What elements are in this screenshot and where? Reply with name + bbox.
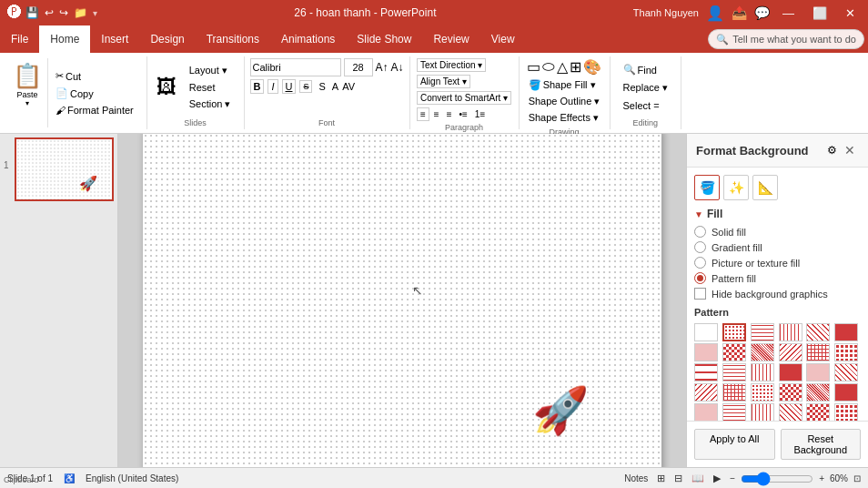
arrange-btn[interactable]: ⊞ xyxy=(570,58,581,76)
picture-fill-option[interactable]: Picture or texture fill xyxy=(694,257,861,269)
zoom-slider[interactable] xyxy=(741,472,813,486)
minimize-btn[interactable]: — xyxy=(777,5,800,22)
font-color-btn[interactable]: A xyxy=(332,81,338,92)
copy-button[interactable]: 📄 Copy xyxy=(52,86,137,101)
open-quick-btn[interactable]: 📁 xyxy=(74,6,87,19)
pattern-cell-27[interactable] xyxy=(779,403,802,421)
select-btn[interactable]: Select = xyxy=(620,98,671,113)
pattern-cell-9[interactable] xyxy=(779,343,802,361)
pattern-cell-0[interactable] xyxy=(694,323,718,341)
tab-transitions[interactable]: Transitions xyxy=(196,25,270,53)
zoom-out-btn[interactable]: − xyxy=(730,473,735,483)
tab-animations[interactable]: Animations xyxy=(270,25,346,53)
increase-font-btn[interactable]: A↑ xyxy=(376,61,389,74)
panel-settings-icon[interactable]: ⚙ xyxy=(827,144,837,157)
pattern-cell-22[interactable] xyxy=(806,383,830,402)
undo-quick-btn[interactable]: ↩ xyxy=(45,6,54,19)
decrease-font-btn[interactable]: A↓ xyxy=(391,61,404,74)
section-button[interactable]: Section ▾ xyxy=(186,97,235,112)
pattern-cell-19[interactable] xyxy=(722,383,746,402)
replace-btn[interactable]: Replace ▾ xyxy=(620,80,671,96)
pattern-cell-18[interactable] xyxy=(694,383,718,402)
pattern-cell-13[interactable] xyxy=(722,363,746,381)
solid-fill-radio[interactable] xyxy=(694,226,706,238)
pattern-cell-6[interactable] xyxy=(694,343,718,361)
cut-button[interactable]: ✂ Cut xyxy=(52,68,137,84)
align-center-btn[interactable]: ≡ xyxy=(431,108,442,120)
effect-icon-btn[interactable]: ✨ xyxy=(723,175,749,200)
pattern-cell-26[interactable] xyxy=(751,403,774,421)
zoom-in-btn[interactable]: + xyxy=(819,473,824,483)
align-left-btn[interactable]: ≡ xyxy=(417,107,429,121)
paste-button[interactable]: 📋 Paste ▾ xyxy=(7,58,48,127)
bullet-btn[interactable]: •≡ xyxy=(456,108,469,120)
shape-effects-btn[interactable]: Shape Effects ▾ xyxy=(525,110,604,126)
slide-thumbnail-1[interactable]: 🚀 xyxy=(15,137,114,201)
tab-design[interactable]: Design xyxy=(139,25,195,53)
pattern-cell-21[interactable] xyxy=(779,383,802,402)
font-size-input[interactable] xyxy=(344,58,373,76)
reset-background-btn[interactable]: Reset Background xyxy=(781,429,862,460)
pattern-cell-23[interactable] xyxy=(834,383,858,402)
align-right-btn[interactable]: ≡ xyxy=(444,108,455,120)
pattern-cell-28[interactable] xyxy=(806,403,830,421)
format-painter-button[interactable]: 🖌 Format Painter xyxy=(52,103,137,117)
quick-styles-btn[interactable]: 🎨 xyxy=(583,58,601,76)
redo-quick-btn[interactable]: ↪ xyxy=(59,6,68,19)
shape-fill-btn[interactable]: 🪣 Shape Fill ▾ xyxy=(525,77,604,93)
text-direction-btn[interactable]: Text Direction ▾ xyxy=(417,58,486,72)
pattern-cell-24[interactable] xyxy=(694,403,718,421)
strikethrough-btn[interactable]: S xyxy=(299,80,312,93)
tab-file[interactable]: File xyxy=(0,25,39,53)
size-icon-btn[interactable]: 📐 xyxy=(752,175,778,200)
pattern-cell-25[interactable] xyxy=(722,403,746,421)
pattern-cell-10[interactable] xyxy=(806,343,830,361)
fill-toggle-icon[interactable]: ▼ xyxy=(694,209,703,219)
pattern-cell-2[interactable] xyxy=(751,323,774,341)
shadow-btn[interactable]: S xyxy=(316,80,328,93)
gradient-fill-radio[interactable] xyxy=(694,241,706,253)
new-slide-button[interactable]: 🖼 xyxy=(153,72,180,103)
save-quick-btn[interactable]: 💾 xyxy=(25,6,39,19)
dropdown-arrow[interactable]: ▾ xyxy=(93,8,97,18)
close-btn[interactable]: ✕ xyxy=(840,5,861,22)
paste-dropdown[interactable]: ▾ xyxy=(25,99,29,107)
apply-all-btn[interactable]: Apply to All xyxy=(694,429,775,460)
pattern-cell-3[interactable] xyxy=(779,323,802,341)
tab-review[interactable]: Review xyxy=(422,25,479,53)
layout-button[interactable]: Layout ▾ xyxy=(186,63,235,78)
fill-icon-btn[interactable]: 🪣 xyxy=(694,175,720,200)
pattern-cell-16[interactable] xyxy=(806,363,830,381)
slideshow-btn[interactable]: ▶ xyxy=(710,471,724,486)
find-btn[interactable]: 🔍 Find xyxy=(620,62,671,77)
underline-btn[interactable]: U xyxy=(282,79,297,94)
reset-button[interactable]: Reset xyxy=(186,80,235,95)
tell-me-box[interactable]: 🔍 Tell me what you want to do xyxy=(708,29,864,49)
hide-background-option[interactable]: Hide background graphics xyxy=(694,288,861,300)
fit-screen-btn[interactable]: ⊡ xyxy=(853,473,861,483)
tab-insert[interactable]: Insert xyxy=(90,25,139,53)
pattern-cell-8[interactable] xyxy=(751,343,774,361)
pattern-cell-1[interactable] xyxy=(722,323,746,341)
hide-background-checkbox[interactable] xyxy=(694,288,706,300)
maximize-btn[interactable]: ⬜ xyxy=(807,5,833,22)
normal-view-btn[interactable]: ⊞ xyxy=(653,471,669,486)
pattern-cell-5[interactable] xyxy=(834,323,858,341)
shape-outline-btn[interactable]: Shape Outline ▾ xyxy=(525,94,604,109)
pattern-fill-radio[interactable] xyxy=(694,272,706,284)
slide-sorter-btn[interactable]: ⊟ xyxy=(671,471,686,486)
pattern-cell-15[interactable] xyxy=(779,363,802,381)
pattern-cell-11[interactable] xyxy=(834,343,858,361)
pattern-fill-option[interactable]: Pattern fill xyxy=(694,272,861,284)
slide-canvas[interactable]: ↖ 🚀 xyxy=(143,134,661,467)
reading-view-btn[interactable]: 📖 xyxy=(688,471,708,486)
shape3-btn[interactable]: △ xyxy=(557,58,568,76)
pattern-cell-14[interactable] xyxy=(751,363,774,381)
font-name-input[interactable] xyxy=(250,58,341,76)
align-text-btn[interactable]: Align Text ▾ xyxy=(417,75,470,88)
tab-view[interactable]: View xyxy=(480,25,526,53)
shape2-btn[interactable]: ⬭ xyxy=(542,58,555,76)
gradient-fill-option[interactable]: Gradient fill xyxy=(694,241,861,253)
pattern-cell-20[interactable] xyxy=(751,383,774,402)
tab-home[interactable]: Home xyxy=(39,25,90,53)
